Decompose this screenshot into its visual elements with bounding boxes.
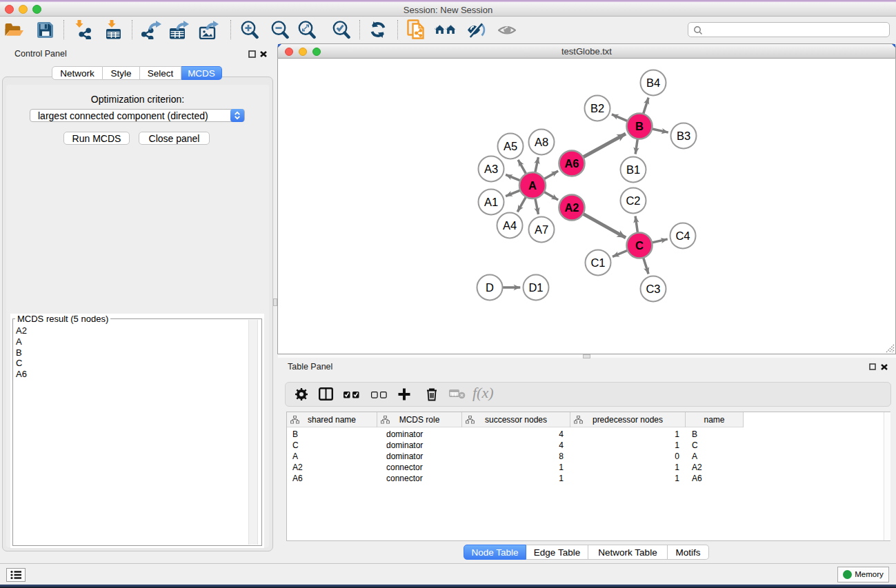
svg-text:B1: B1 [626,163,640,176]
svg-text:C1: C1 [590,256,605,269]
svg-text:A5: A5 [504,140,517,152]
svg-text:A6: A6 [564,157,579,170]
svg-text:C2: C2 [626,194,640,207]
svg-text:A3: A3 [484,163,498,175]
svg-text:B4: B4 [646,77,660,89]
svg-text:A1: A1 [484,196,498,208]
svg-text:A7: A7 [535,223,548,236]
svg-text:B2: B2 [590,102,604,114]
svg-text:C4: C4 [675,230,690,242]
svg-text:B: B [635,120,644,132]
svg-text:D: D [486,281,494,294]
svg-text:A2: A2 [564,201,579,214]
svg-text:C: C [635,239,644,252]
svg-text:A: A [528,179,537,192]
svg-text:A4: A4 [503,219,517,232]
svg-text:B3: B3 [677,130,690,142]
svg-text:A8: A8 [535,136,548,148]
svg-text:C3: C3 [646,283,660,295]
svg-text:D1: D1 [528,281,543,294]
